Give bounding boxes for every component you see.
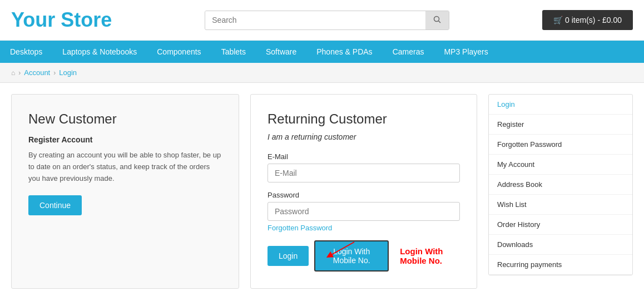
nav-item: Phones & PDAs [306, 41, 382, 63]
sidebar-link[interactable]: Recurring payments [489, 255, 632, 275]
nav-link[interactable]: Laptops & Notebooks [52, 41, 147, 63]
sidebar-section: LoginRegisterForgotten PasswordMy Accoun… [488, 94, 633, 275]
sidebar-link[interactable]: Register [489, 115, 632, 135]
password-input[interactable] [267, 202, 460, 221]
sidebar-item: Address Book [489, 175, 632, 195]
email-label: E-Mail [267, 152, 460, 161]
login-button-row: Login Login With Mobile No. Login With M… [267, 240, 460, 272]
new-customer-panel: New Customer Register Account By creatin… [11, 94, 239, 289]
nav-item: Tablets [211, 41, 256, 63]
nav-link[interactable]: Cameras [383, 41, 434, 63]
new-customer-subheading: Register Account [28, 135, 222, 144]
breadcrumb-separator-1: › [18, 69, 21, 77]
svg-point-0 [434, 16, 439, 21]
nav-link[interactable]: Software [256, 41, 306, 63]
search-input[interactable] [205, 11, 425, 29]
breadcrumb-login[interactable]: Login [59, 68, 77, 77]
sidebar-link[interactable]: Login [489, 95, 632, 115]
sidebar-item: My Account [489, 155, 632, 175]
sidebar-item: Register [489, 115, 632, 135]
arrow-annotation-svg [324, 239, 357, 261]
nav-link[interactable]: Desktops [0, 41, 52, 63]
home-icon: ⌂ [11, 69, 15, 77]
nav-link[interactable]: MP3 Players [434, 41, 498, 63]
email-input[interactable] [267, 164, 460, 182]
returning-customer-panel: Returning Customer I am a returning cust… [250, 94, 477, 289]
new-customer-heading: New Customer [28, 111, 222, 127]
sidebar-link[interactable]: Forgotten Password [489, 135, 632, 155]
email-group: E-Mail [267, 152, 460, 182]
sidebar-link[interactable]: Wish List [489, 195, 632, 215]
breadcrumb-account[interactable]: Account [24, 68, 50, 77]
search-button[interactable] [425, 11, 449, 29]
returning-customer-heading: Returning Customer [267, 111, 460, 127]
main-nav: DesktopsLaptops & NotebooksComponentsTab… [0, 41, 644, 63]
breadcrumb: ⌂ › Account › Login [0, 63, 644, 83]
cart-button[interactable]: 🛒 0 item(s) - £0.00 [542, 10, 633, 30]
sidebar-item: Downloads [489, 235, 632, 255]
sidebar-item: Wish List [489, 195, 632, 215]
sidebar-item: Forgotten Password [489, 135, 632, 155]
sidebar: LoginRegisterForgotten PasswordMy Accoun… [488, 94, 633, 289]
cart-label: 0 item(s) - £0.00 [565, 16, 622, 24]
cart-icon: 🛒 [553, 16, 565, 24]
sidebar-item: Order History [489, 215, 632, 235]
breadcrumb-home[interactable]: ⌂ [11, 68, 15, 77]
password-label: Password [267, 191, 460, 199]
login-button[interactable]: Login [267, 246, 309, 266]
password-group: Password Forgotten Password [267, 191, 460, 232]
nav-item: Desktops [0, 41, 52, 63]
svg-line-1 [439, 21, 441, 23]
forgotten-password-link[interactable]: Forgotten Password [267, 224, 332, 232]
sidebar-item: Login [489, 95, 632, 115]
header: Your Store 🛒 0 item(s) - £0.00 [0, 0, 644, 41]
search-icon [433, 16, 441, 23]
svg-line-3 [329, 242, 354, 256]
main-content: New Customer Register Account By creatin… [0, 83, 644, 300]
nav-item: Software [256, 41, 306, 63]
nav-item: Laptops & Notebooks [52, 41, 147, 63]
sidebar-link[interactable]: Downloads [489, 235, 632, 255]
sidebar-link[interactable]: My Account [489, 155, 632, 175]
mobile-login-annotation: Login With Mobile No. [400, 246, 460, 265]
nav-link[interactable]: Components [147, 41, 211, 63]
search-bar [205, 11, 449, 30]
nav-item: MP3 Players [434, 41, 498, 63]
sidebar-link[interactable]: Order History [489, 215, 632, 235]
nav-link[interactable]: Tablets [211, 41, 256, 63]
sidebar-link[interactable]: Address Book [489, 175, 632, 195]
nav-item: Components [147, 41, 211, 63]
store-title: Your Store [11, 8, 112, 32]
returning-customer-subtitle: I am a returning customer [267, 132, 460, 141]
breadcrumb-separator-2: › [53, 69, 56, 77]
nav-link[interactable]: Phones & PDAs [306, 41, 382, 63]
nav-item: Cameras [383, 41, 434, 63]
continue-button[interactable]: Continue [28, 195, 82, 215]
sidebar-item: Recurring payments [489, 255, 632, 275]
new-customer-description: By creating an account you will be able … [28, 150, 222, 184]
